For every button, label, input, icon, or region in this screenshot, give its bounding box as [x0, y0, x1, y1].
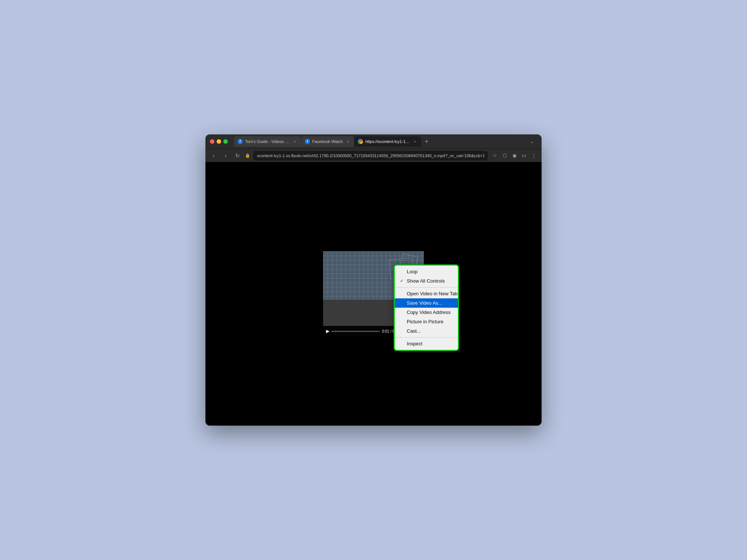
pip-label: Picture in Picture: [407, 319, 443, 324]
minimize-button[interactable]: [217, 139, 221, 144]
menu-separator-2: [395, 337, 458, 337]
cast-toolbar-icon[interactable]: ▭: [520, 152, 528, 160]
extension-icon[interactable]: ⬡: [500, 152, 509, 160]
tab-toms-guide[interactable]: f Tom's Guide - Videos | Faceb... ×: [234, 136, 301, 147]
new-tab-button[interactable]: +: [421, 136, 432, 147]
reload-button[interactable]: ↻: [233, 151, 242, 160]
profile-icon[interactable]: ◉: [510, 152, 518, 160]
menu-item-copy-address[interactable]: Copy Video Address: [395, 308, 458, 317]
tab-facebook-watch[interactable]: f Facebook Watch ×: [301, 136, 354, 147]
loop-label: Loop: [407, 269, 418, 274]
tab-video-url-close[interactable]: ×: [412, 139, 418, 144]
context-menu: Loop ✓ Show All Controls Open Video in N…: [394, 264, 459, 351]
menu-separator-1: [395, 287, 458, 287]
menu-item-show-controls[interactable]: ✓ Show All Controls: [395, 276, 458, 286]
progress-fill: [332, 331, 333, 332]
tab-expand-button[interactable]: ⌄: [527, 136, 537, 147]
open-new-tab-label: Open Video in New Tab: [407, 291, 458, 296]
title-bar: f Tom's Guide - Videos | Faceb... × f Fa…: [205, 134, 542, 149]
facebook-favicon: f: [238, 139, 243, 144]
menu-item-open-new-tab[interactable]: Open Video in New Tab: [395, 289, 458, 298]
tab-video-url-label: https://scontent-lcy1-1.xx.fbcc...: [365, 139, 410, 144]
play-button[interactable]: ▶: [326, 329, 329, 334]
maximize-button[interactable]: [223, 139, 228, 144]
toolbar-icons: ☆ ⬡ ◉ ▭ ⋮: [491, 152, 538, 160]
progress-bar[interactable]: [332, 331, 380, 332]
tab-facebook-watch-label: Facebook Watch: [312, 139, 343, 144]
facebook-watch-favicon: f: [305, 139, 310, 144]
show-controls-checkmark: ✓: [400, 279, 405, 283]
chrome-favicon: [358, 139, 363, 144]
menu-item-loop[interactable]: Loop: [395, 267, 458, 276]
menu-item-inspect[interactable]: Inspect: [395, 339, 458, 348]
save-video-label: Save Video As...: [407, 300, 442, 306]
lock-icon: 🔒: [245, 153, 250, 158]
tabs-area: f Tom's Guide - Videos | Faceb... × f Fa…: [231, 136, 537, 147]
tab-facebook-watch-close[interactable]: ×: [345, 139, 350, 144]
forward-button[interactable]: ›: [221, 151, 230, 160]
tab-toms-guide-close[interactable]: ×: [292, 139, 297, 144]
menu-item-save-video[interactable]: Save Video As...: [395, 298, 458, 308]
bookmark-icon[interactable]: ☆: [491, 152, 499, 160]
close-button[interactable]: [210, 139, 214, 144]
cast-label: Cast...: [407, 328, 421, 334]
copy-address-label: Copy Video Address: [407, 309, 451, 315]
tab-video-url[interactable]: https://scontent-lcy1-1.xx.fbcc... ×: [354, 136, 421, 147]
more-menu-icon[interactable]: ⋮: [530, 152, 538, 160]
back-button[interactable]: ‹: [209, 151, 218, 160]
menu-item-picture-in-picture[interactable]: Picture in Picture: [395, 317, 458, 326]
browser-window: f Tom's Guide - Videos | Faceb... × f Fa…: [205, 134, 542, 426]
browser-content: ▶ 0:01 / 8:28 🔊 ⛶ ⋮ Loop ✓ Show All Con: [205, 162, 542, 426]
address-bar: ‹ › ↻ 🔒 ☆ ⬡ ◉ ▭ ⋮: [205, 149, 542, 162]
tab-toms-guide-label: Tom's Guide - Videos | Faceb...: [245, 139, 290, 144]
menu-item-cast[interactable]: Cast...: [395, 326, 458, 336]
show-controls-label: Show All Controls: [407, 278, 445, 284]
traffic-lights: [210, 139, 228, 144]
address-input[interactable]: [253, 151, 488, 161]
inspect-label: Inspect: [407, 341, 422, 346]
